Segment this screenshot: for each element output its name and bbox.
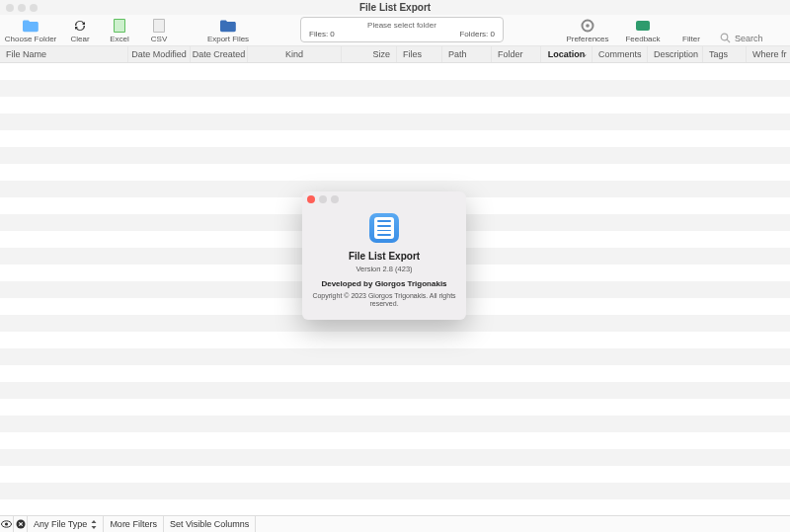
choose-folder-button[interactable]: Choose Folder <box>6 18 55 43</box>
toolbar-right-group: Preferences Feedback Filter <box>566 18 784 43</box>
col-size[interactable]: Size <box>342 46 397 62</box>
table-row <box>0 382 790 399</box>
svg-rect-1 <box>115 20 124 32</box>
col-where-from[interactable]: Where fr <box>747 46 790 62</box>
feedback-icon <box>634 18 652 34</box>
toolbar-left-group: Choose Folder Clear Excel CSV Export Fi <box>6 18 255 43</box>
more-filters-button[interactable]: More Filters <box>104 516 164 532</box>
folder-info-panel: Please select folder Files: 0 Folders: 0 <box>300 17 504 42</box>
export-folder-icon <box>219 18 237 34</box>
table-row <box>0 399 790 416</box>
about-developer: Developed by Giorgos Trigonakis <box>321 279 446 288</box>
clear-circle-icon <box>16 519 26 529</box>
col-path[interactable]: Path <box>442 46 492 62</box>
table-row <box>0 332 790 348</box>
preferences-button[interactable]: Preferences <box>566 18 609 43</box>
excel-label: Excel <box>110 35 129 43</box>
col-kind[interactable]: Kind <box>248 46 342 62</box>
table-header: File Name Date Modified Date Created Kin… <box>0 46 790 63</box>
about-app-name: File List Export <box>349 251 420 262</box>
about-copyright: Copyright © 2023 Giorgos Trigonakis. All… <box>312 292 456 309</box>
clear-label: Clear <box>70 35 89 43</box>
about-dialog: File List Export Version 2.8 (423) Devel… <box>302 191 466 320</box>
folder-prompt: Please select folder <box>309 21 495 30</box>
filter-button[interactable]: Filter <box>676 34 706 43</box>
table-row <box>0 499 790 515</box>
choose-folder-label: Choose Folder <box>5 35 56 43</box>
table-row <box>0 130 790 147</box>
bottom-toolbar: Any File Type More Filters Set Visible C… <box>0 515 790 532</box>
table-row <box>0 348 790 365</box>
feedback-button[interactable]: Feedback <box>623 18 663 43</box>
search-field[interactable] <box>720 33 784 43</box>
table-row <box>0 449 790 466</box>
table-row <box>0 416 790 432</box>
filter-label: Filter <box>682 35 700 43</box>
table-row <box>0 432 790 449</box>
set-visible-columns-button[interactable]: Set Visible Columns <box>164 516 256 532</box>
about-titlebar <box>302 191 466 207</box>
eye-icon <box>1 520 12 528</box>
main-toolbar: Choose Folder Clear Excel CSV Export Fi <box>0 15 790 46</box>
folder-icon <box>22 18 40 34</box>
about-minimize-icon <box>319 195 327 203</box>
table-row <box>0 63 790 80</box>
svg-rect-3 <box>154 20 164 32</box>
app-icon <box>369 213 399 243</box>
table-row <box>0 97 790 114</box>
table-row <box>0 164 790 181</box>
file-type-filter-dropdown[interactable]: Any File Type <box>28 516 104 532</box>
col-files[interactable]: Files <box>397 46 442 62</box>
table-row <box>0 147 790 164</box>
search-icon <box>720 33 731 43</box>
file-type-filter-label: Any File Type <box>34 519 87 529</box>
toolbar-separator <box>184 18 192 43</box>
col-file-name[interactable]: File Name <box>0 46 128 62</box>
search-input[interactable] <box>735 34 784 43</box>
about-body: File List Export Version 2.8 (423) Devel… <box>302 207 466 317</box>
folders-count: Folders: 0 <box>459 30 495 38</box>
export-files-button[interactable]: Export Files <box>201 18 255 43</box>
svg-line-8 <box>727 39 730 42</box>
about-close-icon[interactable] <box>307 195 315 203</box>
csv-label: CSV <box>151 35 167 43</box>
csv-icon <box>150 18 168 34</box>
window-title: File List Export <box>0 2 790 13</box>
col-tags[interactable]: Tags <box>703 46 747 62</box>
col-comments[interactable]: Comments <box>592 46 648 62</box>
svg-point-5 <box>586 24 590 28</box>
table-row <box>0 466 790 483</box>
export-files-label: Export Files <box>207 35 249 43</box>
about-version: Version 2.8 (423) <box>356 265 412 273</box>
clear-button[interactable]: Clear <box>65 18 95 43</box>
col-folder[interactable]: Folder <box>492 46 541 62</box>
gear-icon <box>579 18 596 34</box>
col-date-modified[interactable]: Date Modified <box>128 46 191 62</box>
refresh-icon <box>71 18 89 34</box>
files-count: Files: 0 <box>309 30 335 38</box>
col-location[interactable]: Location <box>541 46 592 62</box>
table-row <box>0 483 790 499</box>
visibility-toggle-button[interactable] <box>0 516 14 532</box>
about-zoom-icon <box>331 195 339 203</box>
svg-point-10 <box>5 522 8 525</box>
excel-icon <box>111 18 128 34</box>
feedback-label: Feedback <box>625 35 660 43</box>
svg-rect-6 <box>636 21 650 31</box>
window-titlebar: File List Export <box>0 0 790 15</box>
clear-filter-button[interactable] <box>14 516 28 532</box>
svg-point-7 <box>721 34 728 40</box>
table-row <box>0 114 790 130</box>
col-date-created[interactable]: Date Created <box>191 46 248 62</box>
preferences-label: Preferences <box>566 35 608 43</box>
dropdown-arrows-icon <box>91 520 97 529</box>
excel-button[interactable]: Excel <box>105 18 134 43</box>
table-row <box>0 365 790 382</box>
about-traffic-lights <box>307 195 339 203</box>
csv-button[interactable]: CSV <box>144 18 174 43</box>
table-row <box>0 80 790 97</box>
col-description[interactable]: Description <box>648 46 703 62</box>
